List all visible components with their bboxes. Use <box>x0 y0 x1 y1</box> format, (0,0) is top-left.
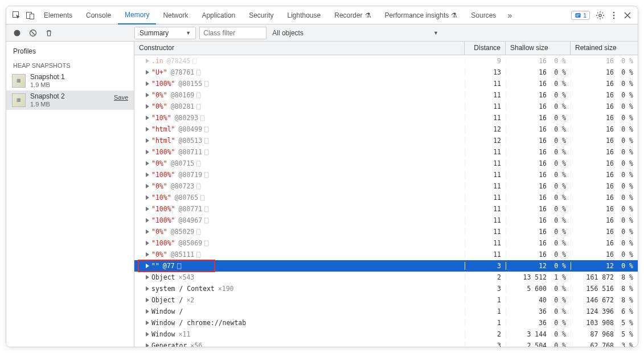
expand-icon[interactable] <box>146 184 149 188</box>
cell-retained: 16 <box>571 148 614 156</box>
cell-shallow: 16 <box>506 91 547 99</box>
table-row[interactable]: Object×543 2 13 5121 % 161 8728 % <box>134 272 638 283</box>
table-row[interactable]: "100%"@80155⎕ 11 160 % 160 % <box>134 78 638 89</box>
table-row[interactable]: "0%"@80169⎕ 11 160 % 160 % <box>134 89 638 101</box>
tab-sources[interactable]: Sources <box>464 6 503 24</box>
expand-icon[interactable] <box>146 195 149 200</box>
expand-icon[interactable] <box>146 264 149 268</box>
expand-icon[interactable] <box>146 218 149 223</box>
clear-icon[interactable] <box>28 28 38 38</box>
delete-icon[interactable] <box>44 28 54 38</box>
expand-icon[interactable] <box>146 150 149 154</box>
tab-performance-insights[interactable]: Performance insights ⚗ <box>378 6 465 24</box>
record-icon[interactable] <box>12 28 22 38</box>
more-tabs-icon[interactable]: » <box>503 9 516 22</box>
expand-icon[interactable] <box>146 321 149 325</box>
expand-icon[interactable] <box>146 275 149 280</box>
col-constructor[interactable]: Constructor <box>134 42 465 55</box>
svg-rect-2 <box>30 14 34 19</box>
expand-icon[interactable] <box>146 286 149 291</box>
col-shallow[interactable]: Shallow size <box>506 42 571 55</box>
expand-icon[interactable] <box>146 229 149 234</box>
tab-security[interactable]: Security <box>242 6 280 24</box>
tab-elements[interactable]: Elements <box>37 6 79 24</box>
table-row[interactable]: system / Context×190 3 5 6000 % 156 5168… <box>134 283 638 294</box>
chevron-down-icon: ▼ <box>186 30 191 36</box>
table-row[interactable]: ""@77⎕ 3 120 % 120 % <box>134 260 638 272</box>
row-label: "U+" <box>151 68 167 76</box>
expand-icon[interactable] <box>146 332 149 336</box>
cell-shallow-pct: 0 % <box>547 330 566 338</box>
cell-retained-pct: 0 % <box>614 91 633 99</box>
expand-icon[interactable] <box>146 309 149 314</box>
kebab-menu-icon[interactable] <box>607 9 621 22</box>
table-row[interactable]: .in@78245⎕ 9 160 % 160 % <box>134 55 638 67</box>
issues-chip[interactable]: 1 <box>571 11 590 20</box>
expand-icon[interactable] <box>146 173 149 177</box>
save-link[interactable]: Save <box>114 94 128 101</box>
table-row[interactable]: "0%"@80281⎕ 11 160 % 160 % <box>134 101 638 112</box>
table-row[interactable]: "100%"@80771⎕ 11 160 % 160 % <box>134 203 638 215</box>
table-row[interactable]: "0%"@85029⎕ 11 160 % 160 % <box>134 226 638 237</box>
expand-icon[interactable] <box>146 241 149 245</box>
tab-network[interactable]: Network <box>156 6 195 24</box>
table-row[interactable]: Window×11 2 3 1440 % 87 9685 % <box>134 329 638 340</box>
table-row[interactable]: "html"@80499⎕ 12 160 % 160 % <box>134 124 638 135</box>
table-row[interactable]: "0%"@85111⎕ 11 160 % 160 % <box>134 249 638 260</box>
snapshot-name: Snapshot 2 <box>30 93 65 101</box>
cell-retained: 16 <box>571 137 614 145</box>
cell-shallow-pct: 0 % <box>547 228 566 236</box>
table-row[interactable]: "100%"@80719⎕ 11 160 % 160 % <box>134 169 638 180</box>
expand-icon[interactable] <box>146 138 149 143</box>
tab-application[interactable]: Application <box>195 6 242 24</box>
cell-retained: 16 <box>571 194 614 202</box>
cell-retained-pct: 6 % <box>614 307 633 315</box>
tab-memory[interactable]: Memory <box>118 6 156 24</box>
col-retained[interactable]: Retained size <box>571 42 638 55</box>
object-filter-select[interactable]: All objects ▼ <box>266 29 638 37</box>
table-row[interactable]: "100%"@84967⎕ 11 160 % 160 % <box>134 215 638 226</box>
svg-point-10 <box>14 30 20 36</box>
expand-icon[interactable] <box>146 116 149 120</box>
tab-console[interactable]: Console <box>79 6 118 24</box>
expand-icon[interactable] <box>146 70 149 75</box>
view-select[interactable]: Summary ▼ <box>134 27 196 39</box>
table-row[interactable]: Object /×2 1 400 % 146 6728 % <box>134 294 638 306</box>
table-row[interactable]: "10%"@80293⎕ 11 160 % 160 % <box>134 112 638 124</box>
table-row[interactable]: Generator×56 3 2 5040 % 62 7683 % <box>134 340 638 347</box>
snapshot-item[interactable]: ▦ Snapshot 1 1.9 MB <box>6 71 134 91</box>
table-row[interactable]: "0%"@80723⎕ 11 160 % 160 % <box>134 180 638 192</box>
class-filter-input[interactable] <box>199 27 266 39</box>
table-row[interactable]: "U+"@78761⎕ 13 160 % 160 % <box>134 67 638 78</box>
expand-icon[interactable] <box>146 252 149 257</box>
settings-icon[interactable] <box>593 9 607 22</box>
tab-lighthouse[interactable]: Lighthouse <box>281 6 328 24</box>
expand-icon[interactable] <box>146 59 149 63</box>
flask-icon: ⚗ <box>365 11 371 19</box>
col-distance[interactable]: Distance <box>465 42 506 55</box>
expand-icon[interactable] <box>146 93 149 97</box>
expand-icon[interactable] <box>146 127 149 132</box>
device-toggle-icon[interactable] <box>23 9 37 22</box>
table-row[interactable]: Window / chrome://newtab 1 360 % 103 908… <box>134 317 638 329</box>
inspect-icon[interactable] <box>10 9 23 22</box>
table-row[interactable]: "100%"@80711⎕ 11 160 % 160 % <box>134 146 638 158</box>
expand-icon[interactable] <box>146 161 149 166</box>
cell-shallow: 16 <box>506 125 547 133</box>
heap-snapshots-header: HEAP SNAPSHOTS <box>6 60 134 71</box>
snapshot-item[interactable]: ▦ Snapshot 2 1.9 MB Save <box>6 91 134 110</box>
table-row[interactable]: Window / 1 360 % 124 3966 % <box>134 306 638 317</box>
close-icon[interactable] <box>621 9 634 22</box>
expand-icon[interactable] <box>146 81 149 86</box>
cell-retained-pct: 8 % <box>614 285 633 293</box>
expand-icon[interactable] <box>146 343 149 347</box>
table-row[interactable]: "10%"@80765⎕ 11 160 % 160 % <box>134 192 638 203</box>
main-tabbar: Elements Console Memory Network Applicat… <box>6 6 638 24</box>
expand-icon[interactable] <box>146 207 149 211</box>
expand-icon[interactable] <box>146 104 149 109</box>
table-row[interactable]: "0%"@80715⎕ 11 160 % 160 % <box>134 158 638 169</box>
table-row[interactable]: "100%"@85069⎕ 11 160 % 160 % <box>134 237 638 249</box>
table-row[interactable]: "html"@80513⎕ 12 160 % 160 % <box>134 135 638 146</box>
expand-icon[interactable] <box>146 298 149 302</box>
tab-recorder[interactable]: Recorder ⚗ <box>327 6 378 24</box>
